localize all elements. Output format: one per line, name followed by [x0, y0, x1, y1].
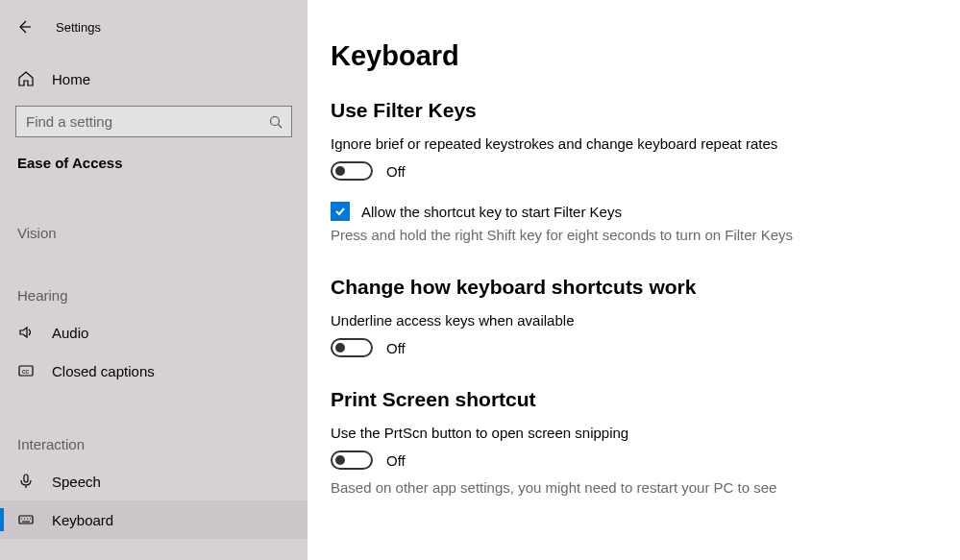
- svg-text:cc: cc: [22, 368, 30, 375]
- sidebar-item-audio[interactable]: Audio: [0, 313, 308, 352]
- back-button[interactable]: [10, 12, 38, 41]
- group-header-hearing: Hearing: [0, 287, 308, 304]
- home-label: Home: [52, 71, 90, 87]
- toggle-knob: [335, 455, 345, 465]
- nav-label: Keyboard: [52, 512, 113, 528]
- search-wrap: [15, 106, 292, 137]
- search-box[interactable]: [15, 106, 292, 137]
- section-title-shortcuts: Change how keyboard shortcuts work: [331, 276, 960, 299]
- group-header-interaction: Interaction: [0, 436, 308, 452]
- sidebar: Settings Home Ease of Access Vision Hear…: [0, 0, 308, 560]
- filter-keys-toggle-label: Off: [386, 163, 406, 180]
- sidebar-item-closed-captions[interactable]: cc Closed captions: [0, 352, 308, 390]
- nav-label: Audio: [52, 325, 88, 341]
- toggle-knob: [335, 166, 345, 176]
- section-title-printscreen: Print Screen shortcut: [331, 388, 960, 411]
- search-icon: [260, 114, 291, 130]
- page-title: Keyboard: [331, 40, 960, 72]
- nav-label: Closed captions: [52, 363, 155, 379]
- svg-point-0: [271, 116, 280, 125]
- svg-rect-4: [24, 475, 28, 482]
- home-icon: [17, 70, 35, 87]
- microphone-icon: [17, 473, 35, 490]
- printscreen-toggle-row: Off: [331, 450, 960, 470]
- category-header: Ease of Access: [0, 137, 308, 171]
- sidebar-item-home[interactable]: Home: [0, 61, 308, 96]
- window-title: Settings: [56, 20, 101, 35]
- printscreen-note: Based on other app settings, you might n…: [331, 479, 960, 496]
- underline-access-keys-toggle-label: Off: [386, 340, 406, 356]
- section-title-filter-keys: Use Filter Keys: [331, 99, 960, 122]
- settings-window: Settings Home Ease of Access Vision Hear…: [0, 0, 960, 560]
- filter-keys-shortcut-row: Allow the shortcut key to start Filter K…: [331, 202, 960, 221]
- nav-label: Speech: [52, 474, 101, 490]
- printscreen-description: Use the PrtScn button to open screen sni…: [331, 425, 960, 441]
- underline-access-keys-toggle[interactable]: [331, 338, 373, 357]
- filter-keys-toggle[interactable]: [331, 161, 373, 181]
- svg-line-1: [279, 124, 283, 128]
- search-input[interactable]: [16, 113, 260, 130]
- sidebar-item-speech[interactable]: Speech: [0, 462, 308, 500]
- filter-keys-shortcut-hint: Press and hold the right Shift key for e…: [331, 227, 960, 243]
- shortcuts-description: Underline access keys when available: [331, 312, 960, 329]
- keyboard-icon: [17, 511, 35, 528]
- sidebar-item-keyboard[interactable]: Keyboard: [0, 500, 308, 539]
- svg-rect-6: [19, 516, 33, 523]
- toggle-knob: [335, 343, 345, 353]
- group-header-vision: Vision: [0, 225, 308, 241]
- checkmark-icon: [333, 205, 347, 218]
- back-arrow-icon: [15, 18, 33, 36]
- underline-access-keys-toggle-row: Off: [331, 338, 960, 357]
- filter-keys-description: Ignore brief or repeated keystrokes and …: [331, 135, 960, 152]
- filter-keys-shortcut-label: Allow the shortcut key to start Filter K…: [361, 204, 622, 220]
- titlebar: Settings: [0, 8, 308, 46]
- speaker-icon: [17, 324, 35, 341]
- main-content: Keyboard Use Filter Keys Ignore brief or…: [308, 0, 960, 560]
- printscreen-toggle[interactable]: [331, 450, 373, 470]
- printscreen-toggle-label: Off: [386, 452, 406, 469]
- captions-icon: cc: [17, 362, 35, 379]
- filter-keys-toggle-row: Off: [331, 161, 960, 181]
- filter-keys-shortcut-checkbox[interactable]: [331, 202, 350, 221]
